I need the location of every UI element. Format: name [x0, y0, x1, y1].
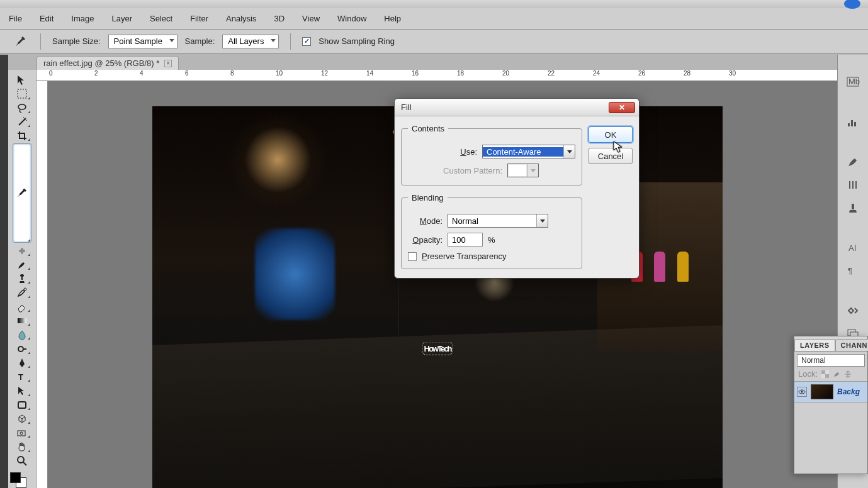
sample-combo[interactable]: All Layers	[222, 35, 279, 48]
zoom-tool-icon[interactable]	[13, 455, 31, 467]
layer-thumbnail[interactable]	[811, 384, 833, 399]
opacity-input[interactable]: 100	[448, 233, 483, 247]
menu-view[interactable]: View	[302, 14, 320, 23]
custom-pattern-label: Custom Pattern:	[408, 166, 502, 175]
dodge-tool-icon[interactable]	[13, 342, 31, 355]
document-tab[interactable]: rain effect.jpg @ 25% (RGB/8) * ×	[37, 56, 179, 70]
character-icon[interactable]: A	[842, 238, 864, 257]
move-tool-icon[interactable]	[13, 74, 31, 86]
color-swatches[interactable]	[10, 472, 34, 488]
layer-row[interactable]: Backg	[794, 381, 867, 402]
ruler-tick: 26	[638, 70, 645, 77]
percent-label: %	[488, 235, 495, 245]
path-select-tool-icon[interactable]	[13, 384, 31, 397]
pen-tool-icon[interactable]	[13, 357, 31, 369]
gradient-tool-icon[interactable]	[13, 314, 31, 327]
marquee-tool-icon[interactable]	[13, 87, 31, 100]
svg-point-11	[20, 432, 23, 435]
3d-tool-icon[interactable]	[13, 413, 31, 425]
crop-tool-icon[interactable]	[13, 130, 31, 142]
cancel-button[interactable]: Cancel	[589, 148, 633, 164]
chevron-down-icon	[527, 164, 538, 177]
lock-label: Lock:	[798, 369, 818, 379]
sample-size-value: Point Sample	[114, 36, 162, 46]
svg-point-4	[20, 274, 24, 277]
menu-filter[interactable]: Filter	[190, 14, 208, 23]
menu-analysis[interactable]: Analysis	[226, 14, 256, 23]
show-ring-checkbox[interactable]: ✓	[302, 37, 311, 46]
blue-accent-icon	[844, 0, 860, 9]
menu-select[interactable]: Select	[150, 14, 172, 23]
eyedropper-tool-icon[interactable]	[13, 143, 31, 243]
custom-pattern-select	[507, 164, 539, 177]
contents-legend: Contents	[408, 124, 448, 133]
svg-text:¶: ¶	[848, 266, 852, 275]
heal-tool-icon[interactable]	[13, 244, 31, 257]
menu-window[interactable]: Window	[337, 14, 366, 23]
minibridge-icon[interactable]: Mb	[842, 72, 864, 91]
blend-mode-select[interactable]: Normal	[797, 354, 865, 367]
blur-tool-icon[interactable]	[13, 328, 31, 341]
lock-brush-icon[interactable]	[833, 370, 840, 378]
mode-label: Mode:	[408, 216, 442, 226]
svg-text:T: T	[18, 372, 23, 382]
lock-transparency-icon[interactable]	[821, 370, 829, 378]
clone-source-icon[interactable]	[842, 198, 864, 217]
menu-3d[interactable]: 3D	[274, 14, 285, 23]
svg-rect-23	[821, 370, 825, 374]
eyedropper-tool-icon[interactable]	[11, 35, 29, 48]
toolbox: T	[8, 70, 37, 488]
show-ring-label: Show Sampling Ring	[318, 36, 395, 46]
camera-tool-icon[interactable]	[13, 426, 31, 439]
ruler-vertical	[37, 81, 48, 488]
mannequin-2	[654, 252, 665, 282]
menu-edit[interactable]: Edit	[40, 14, 54, 23]
tool-presets-icon[interactable]	[842, 301, 864, 320]
hand-tool-icon[interactable]	[13, 440, 31, 453]
tab-channels[interactable]: CHANN	[835, 339, 868, 351]
histogram-icon[interactable]	[842, 113, 864, 131]
dialog-title: Fill	[401, 103, 609, 112]
sample-size-combo[interactable]: Point Sample	[108, 35, 178, 48]
left-dark-strip	[0, 55, 8, 488]
close-button[interactable]: ✕	[609, 102, 635, 113]
menu-image[interactable]: Image	[71, 14, 94, 23]
use-select[interactable]: Content-Aware	[482, 145, 575, 158]
type-tool-icon[interactable]: T	[13, 370, 31, 383]
sample-size-label: Sample Size:	[52, 36, 101, 46]
ruler-tick: 2	[94, 70, 98, 77]
stamp-tool-icon[interactable]	[13, 272, 31, 285]
lasso-tool-icon[interactable]	[13, 102, 31, 114]
brush-tool-icon[interactable]	[13, 258, 31, 271]
menu-bar: File Edit Image Layer Select Filter Anal…	[0, 8, 868, 30]
menu-file[interactable]: File	[9, 14, 22, 23]
dialog-titlebar[interactable]: Fill ✕	[395, 99, 639, 116]
foreground-swatch[interactable]	[10, 472, 21, 483]
lock-move-icon[interactable]	[844, 370, 852, 378]
paragraph-icon[interactable]: ¶	[842, 261, 864, 280]
svg-rect-0	[18, 89, 26, 98]
visibility-icon[interactable]	[797, 387, 807, 397]
menu-help[interactable]: Help	[384, 14, 401, 23]
tab-layers[interactable]: LAYERS	[794, 339, 835, 351]
chevron-down-icon[interactable]	[563, 145, 575, 158]
shape-tool-icon[interactable]	[13, 399, 31, 411]
svg-rect-17	[854, 122, 856, 126]
layer-name[interactable]: Backg	[837, 387, 860, 396]
brushes-icon[interactable]	[842, 153, 864, 172]
chevron-down-icon[interactable]	[536, 214, 548, 227]
mannequin-3	[677, 252, 689, 282]
ruler-tick: 18	[457, 70, 464, 77]
brush-presets-icon[interactable]	[842, 175, 864, 194]
eraser-tool-icon[interactable]	[13, 301, 31, 313]
history-brush-tool-icon[interactable]	[13, 286, 31, 299]
ruler-tick: 8	[230, 70, 234, 77]
close-icon[interactable]: ×	[164, 60, 172, 67]
preserve-transparency-checkbox[interactable]	[408, 252, 417, 261]
wand-tool-icon[interactable]	[13, 116, 31, 128]
ok-button[interactable]: OK	[589, 126, 633, 143]
mode-select[interactable]: Normal	[448, 214, 548, 228]
svg-rect-24	[825, 374, 829, 378]
menu-layer[interactable]: Layer	[112, 14, 133, 23]
ruler-tick: 14	[366, 70, 373, 77]
